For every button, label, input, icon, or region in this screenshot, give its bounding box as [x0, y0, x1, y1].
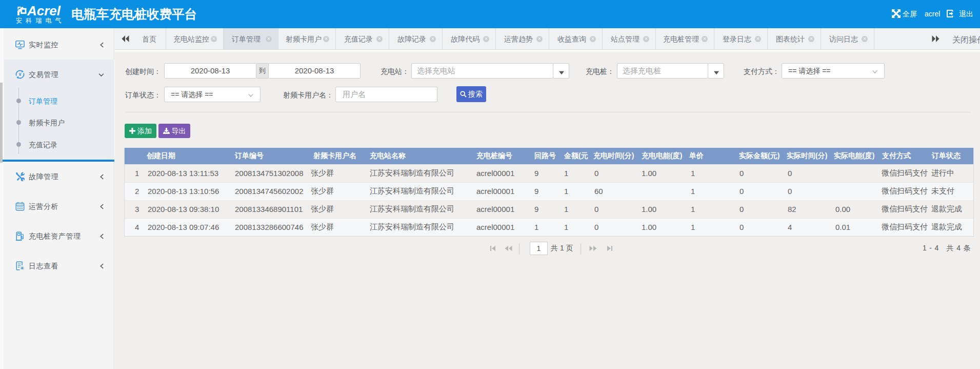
svg-text:¥: ¥ — [18, 72, 21, 77]
